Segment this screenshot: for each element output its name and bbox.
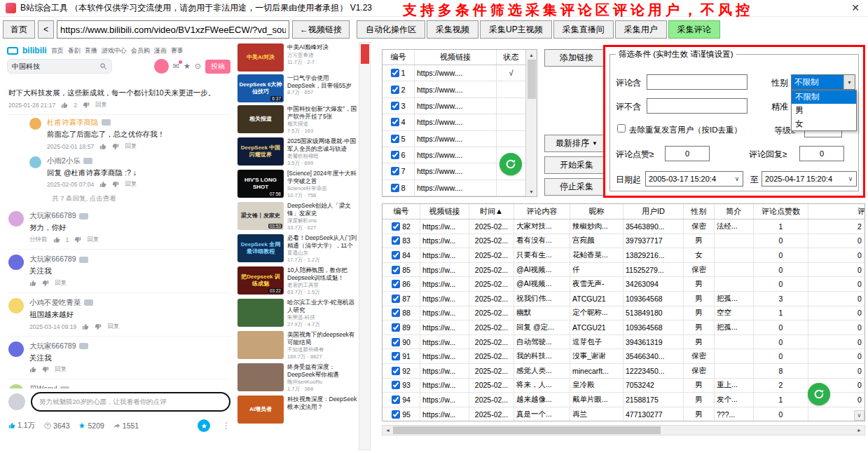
tab-collect-video[interactable]: 采集视频 xyxy=(427,20,478,39)
video-title[interactable]: 2025国家级网络晟就·中国军人全员的忠诚与轨迹 xyxy=(287,137,357,152)
home-button[interactable]: 首页 xyxy=(3,20,35,39)
back-button[interactable]: < xyxy=(38,20,54,39)
dislike-icon[interactable] xyxy=(95,323,102,330)
comment-excludes-input[interactable] xyxy=(647,98,748,114)
scroll-thumb[interactable] xyxy=(393,426,661,434)
start-collect-button[interactable]: 开始采集 xyxy=(544,156,609,174)
scroll-up-icon[interactable]: ▲ xyxy=(526,50,537,60)
avatar[interactable] xyxy=(8,342,24,357)
dislike-icon[interactable] xyxy=(83,102,90,109)
likes-min-input[interactable] xyxy=(665,146,710,161)
gender-option[interactable]: 男 xyxy=(792,104,856,117)
comment-input[interactable]: 努力就魅骑20岁的心愿，让我看看你的点评 xyxy=(31,392,230,412)
avatar[interactable] xyxy=(29,118,41,130)
row-checkbox[interactable] xyxy=(392,309,400,317)
scroll-down-icon[interactable]: ▼ xyxy=(526,187,537,196)
dislike-icon[interactable] xyxy=(42,366,49,373)
search-icon[interactable] xyxy=(99,62,107,70)
like-icon[interactable] xyxy=(61,102,68,109)
link-table-scrollbar[interactable]: ▲ ▼ xyxy=(525,50,537,196)
row-checkbox[interactable] xyxy=(391,102,399,110)
video-title[interactable]: 中美AI巅峰对决 xyxy=(287,43,357,51)
row-checkbox[interactable] xyxy=(392,222,400,231)
row-checkbox[interactable] xyxy=(392,352,400,360)
reply-button[interactable]: 回复 xyxy=(107,323,119,331)
like-icon[interactable] xyxy=(99,143,106,150)
row-checkbox[interactable] xyxy=(392,280,400,288)
row-checkbox[interactable] xyxy=(392,266,400,274)
page-scrollbar[interactable] xyxy=(359,42,371,450)
bilibili-logo[interactable]: bilibili xyxy=(22,46,47,55)
search-box[interactable]: 中国科技 xyxy=(7,59,112,74)
video-title[interactable]: 终身受益有深度：DeepSeek帮你相遇 xyxy=(287,363,357,378)
dedupe-checkbox[interactable] xyxy=(617,124,626,133)
row-checkbox[interactable] xyxy=(391,86,399,94)
avatar[interactable] xyxy=(8,298,24,313)
date-from-picker[interactable]: 2005-03-17 15:20:4 ∨ xyxy=(645,171,743,187)
video-list-item[interactable]: 把Deepseek 训练成魅03:2210人陪葬氛围，教你把Deepseek训练… xyxy=(237,266,357,296)
upload-button[interactable]: 投稿 xyxy=(205,60,230,74)
video-title[interactable]: 科技视角深度：DeepSeek根本没法用？ xyxy=(287,395,357,410)
video-link-button[interactable]: ←视频链接 xyxy=(292,20,350,39)
comment-username[interactable]: 大玩家666789 xyxy=(29,211,230,221)
url-input[interactable] xyxy=(57,20,289,39)
dislike-icon[interactable] xyxy=(112,181,119,188)
charge-icon[interactable] xyxy=(198,419,210,432)
comment-username[interactable]: 杜甫诗寡李商隐 xyxy=(47,118,230,128)
avatar[interactable] xyxy=(29,156,41,168)
share-button[interactable]: 1551 xyxy=(113,421,139,430)
row-checkbox[interactable] xyxy=(391,151,399,159)
avatar[interactable] xyxy=(8,211,24,226)
row-checkbox[interactable] xyxy=(392,410,400,419)
row-checkbox[interactable] xyxy=(392,323,400,332)
chevron-down-icon[interactable]: ∨ xyxy=(845,172,856,186)
row-checkbox[interactable] xyxy=(392,236,400,245)
refresh-links-button[interactable] xyxy=(500,153,522,175)
reply-button[interactable]: 回复 xyxy=(95,101,107,109)
row-checkbox[interactable] xyxy=(392,251,400,259)
video-title[interactable]: 10人陪葬氛围，教你把Deepseek训练成魅！ xyxy=(287,266,357,281)
like-icon[interactable] xyxy=(53,236,60,243)
video-title[interactable]: DeepSeek创始人「梁文锋」发家史 xyxy=(287,202,357,217)
tab-automation[interactable]: 自动化操作区 xyxy=(357,20,425,39)
scroll-track[interactable] xyxy=(526,60,537,187)
video-title[interactable]: 中国科技创新“大爆发”，国产软件开挂了5张 xyxy=(287,105,357,120)
comment-username[interactable]: 小雨2小乐 xyxy=(47,156,230,166)
search-input[interactable]: 中国科技 xyxy=(12,62,99,72)
row-checkbox[interactable] xyxy=(392,367,400,375)
reply-button[interactable]: 回复 xyxy=(55,279,67,288)
video-list-item[interactable]: DeepSeek 中国闪耀世界2025国家级网络晟就·中国军人全员的忠诚与轨迹老… xyxy=(237,137,357,167)
view-more-replies[interactable]: 共 7 条回复, 点击查看 xyxy=(52,191,230,206)
gender-option[interactable]: 女 xyxy=(792,117,856,130)
bili-nav-item[interactable]: 番剧 xyxy=(68,46,81,55)
video-title[interactable]: 美国视角下的deepseek有可能结局 xyxy=(287,331,357,346)
bili-nav-item[interactable]: 游戏中心 xyxy=(102,46,127,55)
video-list-item[interactable]: HIV'S LONG SHOT07:58[Science] 2024年度十大科学… xyxy=(237,170,357,199)
like-icon[interactable] xyxy=(29,280,36,287)
replies-min-input[interactable] xyxy=(799,146,844,161)
video-title[interactable]: [Science] 2024年度十大科学突破之首 xyxy=(287,170,357,184)
tab-collect-live[interactable]: 采集直播间 xyxy=(553,20,614,39)
scroll-left-icon[interactable]: ◄ xyxy=(383,426,393,435)
message-icon[interactable]: ✉ xyxy=(173,62,179,71)
video-list-item[interactable]: 美国视角下的deepseek有可能结局不知道那些稀奇169.7万 · 8827 xyxy=(237,331,357,360)
stop-collect-button[interactable]: 停止采集 xyxy=(544,178,609,196)
reply-button[interactable]: 回复 xyxy=(55,365,67,374)
date-to-picker[interactable]: 2025-04-17 15:20:4 ∨ xyxy=(762,171,857,187)
bili-nav-item[interactable]: 首页 xyxy=(51,46,64,55)
scrollbar-thumb[interactable] xyxy=(361,44,369,64)
bili-nav-item[interactable]: 直播 xyxy=(85,46,97,55)
star-button[interactable]: 5209 xyxy=(78,421,104,430)
row-checkbox[interactable] xyxy=(392,295,400,303)
favorites-icon[interactable]: ★ xyxy=(184,62,191,71)
row-checkbox[interactable] xyxy=(392,395,400,404)
horizontal-scrollbar[interactable]: ◄ ► xyxy=(382,425,865,435)
tab-collect-up-video[interactable]: 采集UP主视频 xyxy=(480,20,552,39)
refresh-comments-button[interactable] xyxy=(808,383,830,405)
row-checkbox[interactable] xyxy=(391,184,399,192)
scroll-thumb[interactable] xyxy=(528,60,536,99)
bili-nav-item[interactable]: 会员购 xyxy=(131,46,150,55)
chevron-down-icon[interactable]: ∨ xyxy=(731,172,743,186)
row-checkbox[interactable] xyxy=(391,135,399,143)
chevron-down-icon[interactable]: ▼ xyxy=(843,75,855,89)
